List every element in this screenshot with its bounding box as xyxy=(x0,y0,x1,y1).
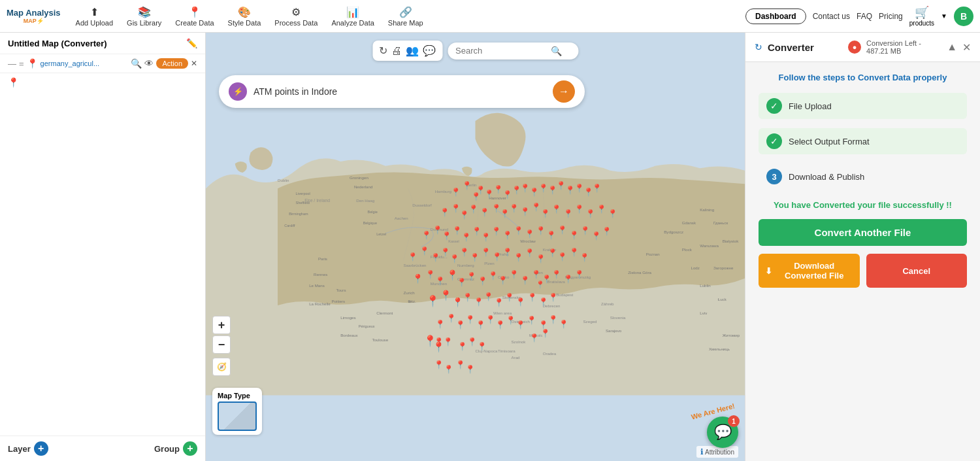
search-layer-icon[interactable]: 🔍 xyxy=(131,58,142,69)
svg-text:📍: 📍 xyxy=(527,315,537,326)
svg-text:📍: 📍 xyxy=(434,360,444,370)
nav-item-style-data[interactable]: 🎨 Style Data xyxy=(223,3,267,29)
svg-text:📍: 📍 xyxy=(457,277,467,288)
svg-text:📍: 📍 xyxy=(563,274,574,284)
zoom-in-button[interactable]: + xyxy=(212,316,231,334)
products-icon: 🛒 xyxy=(915,5,929,20)
cancel-button[interactable]: Cancel xyxy=(866,254,968,288)
layers-button[interactable]: 👥 xyxy=(406,44,419,57)
svg-text:📍: 📍 xyxy=(481,247,491,258)
svg-text:📍: 📍 xyxy=(455,320,466,330)
nav-dropdown-chevron[interactable]: ▼ xyxy=(941,12,947,20)
comment-button[interactable]: 💬 xyxy=(423,44,436,57)
map-area[interactable]: Eire / Ireland Dublin Liverpool Sheffiel… xyxy=(206,33,745,461)
layer-button[interactable]: Layer + xyxy=(8,441,48,456)
svg-text:📍: 📍 xyxy=(520,207,531,217)
edit-icon[interactable]: ✏️ xyxy=(186,38,197,48)
close-button[interactable]: ✕ xyxy=(962,41,971,54)
map-type-label: Map Type xyxy=(218,392,250,400)
compass-button[interactable]: 🧭 xyxy=(212,358,231,376)
svg-text:Záhreb: Záhreb xyxy=(601,301,614,306)
svg-text:Slovenia: Slovenia xyxy=(610,315,626,320)
svg-text:📍: 📍 xyxy=(419,246,430,256)
converter-title: Converter xyxy=(768,42,843,53)
svg-text:📍: 📍 xyxy=(495,320,506,330)
svg-text:Szeged: Szeged xyxy=(583,319,598,324)
nav-item-share-map[interactable]: 🔗 Share Map xyxy=(383,3,429,29)
nav-item-analyze-data[interactable]: 📊 Analyze Data xyxy=(326,3,379,29)
map-search-input[interactable] xyxy=(455,46,547,56)
download-button[interactable]: ⬇ Download Converted File xyxy=(759,254,860,288)
gis-library-icon: 📚 xyxy=(138,6,151,18)
user-avatar[interactable]: B xyxy=(954,7,973,26)
nav-item-gis-library[interactable]: 📚 Gis Library xyxy=(122,3,167,29)
pricing-link[interactable]: Pricing xyxy=(879,12,903,21)
equals-icon[interactable]: = xyxy=(19,59,24,69)
search-button[interactable]: 🔍 xyxy=(551,46,562,56)
svg-text:📍: 📍 xyxy=(449,254,460,264)
svg-text:📍: 📍 xyxy=(433,341,445,353)
svg-text:Limoges: Limoges xyxy=(340,315,355,320)
sidebar-header: Untitled Map (Converter) ✏️ xyxy=(0,33,205,54)
svg-text:Arad: Arad xyxy=(512,355,521,360)
convert-another-button[interactable]: Convert Another File xyxy=(759,219,967,246)
nav-item-create-data[interactable]: 📍 Create Data xyxy=(170,3,219,29)
svg-text:Périgueux: Périgueux xyxy=(359,324,375,328)
add-layer-icon[interactable]: + xyxy=(34,441,48,456)
minus-icon[interactable]: — xyxy=(8,59,16,69)
print-button[interactable]: 🖨 xyxy=(391,45,402,57)
chat-widget: 💬 1 xyxy=(707,417,738,448)
nav-item-add-upload[interactable]: ⬆ Add Upload xyxy=(71,3,119,29)
svg-text:📍: 📍 xyxy=(468,204,479,214)
download-label: Download Converted File xyxy=(776,261,853,281)
map-toolbar: ↻ 🖨 👥 💬 🔍 xyxy=(372,41,578,61)
add-group-icon[interactable]: + xyxy=(183,441,197,456)
nav-logo-sub: MAP⚡ xyxy=(24,18,44,24)
svg-text:📍: 📍 xyxy=(506,315,516,326)
svg-text:📍: 📍 xyxy=(536,226,546,236)
action-badge[interactable]: Action xyxy=(156,58,188,69)
svg-text:📍: 📍 xyxy=(559,319,569,330)
nav-item-label: Share Map xyxy=(388,19,423,27)
add-upload-icon: ⬆ xyxy=(90,6,99,18)
process-data-icon: ⚙ xyxy=(291,6,301,18)
map-type-thumbnail[interactable] xyxy=(218,401,257,431)
svg-text:📍: 📍 xyxy=(440,207,450,218)
svg-text:Switz.: Switz. xyxy=(407,299,416,303)
svg-text:Sheffield: Sheffield xyxy=(296,201,310,205)
svg-text:Saarbrücken: Saarbrücken xyxy=(404,263,427,267)
nav-item-process-data[interactable]: ⚙ Process Data xyxy=(269,3,323,29)
nav-items: ⬆ Add Upload 📚 Gis Library 📍 Create Data… xyxy=(71,3,745,29)
svg-text:📍: 📍 xyxy=(527,292,538,303)
svg-text:📍: 📍 xyxy=(502,247,513,258)
svg-text:📍: 📍 xyxy=(520,275,531,286)
close-layer-icon[interactable]: ✕ xyxy=(191,59,197,68)
eye-icon[interactable]: 👁 xyxy=(144,58,154,69)
faq-link[interactable]: FAQ xyxy=(857,12,872,21)
svg-text:📍: 📍 xyxy=(515,320,526,330)
svg-text:📍: 📍 xyxy=(596,204,607,214)
svg-text:📍: 📍 xyxy=(412,273,424,284)
svg-text:📍: 📍 xyxy=(435,319,446,330)
minimize-button[interactable]: ▲ xyxy=(947,41,957,53)
layer-search-text: ATM points in Indore xyxy=(253,86,546,97)
svg-text:📍: 📍 xyxy=(462,180,472,191)
svg-text:Plock: Plock xyxy=(682,247,693,252)
svg-text:Zurich: Zurich xyxy=(404,290,416,295)
group-button[interactable]: Group + xyxy=(154,441,197,456)
svg-text:📍: 📍 xyxy=(569,247,580,258)
converter-header: ↻ Converter ● Conversion Left - 487.21 M… xyxy=(745,33,980,62)
main-container: Untitled Map (Converter) ✏️ — = 📍 german… xyxy=(0,33,980,461)
products-button[interactable]: 🛒 products xyxy=(909,5,934,27)
layer-search-go-button[interactable]: → xyxy=(553,80,575,103)
products-label: products xyxy=(909,20,934,27)
svg-text:Le Mans: Le Mans xyxy=(309,283,325,288)
pin-icon[interactable]: 📍 xyxy=(8,77,19,88)
contact-link[interactable]: Contact us xyxy=(813,12,850,21)
svg-text:📍: 📍 xyxy=(546,230,557,241)
svg-text:📍: 📍 xyxy=(478,276,488,286)
dashboard-button[interactable]: Dashboard xyxy=(745,9,806,24)
svg-text:Plzen: Plzen xyxy=(484,261,495,265)
zoom-out-button[interactable]: − xyxy=(212,335,231,354)
refresh-button[interactable]: ↻ xyxy=(379,44,387,57)
